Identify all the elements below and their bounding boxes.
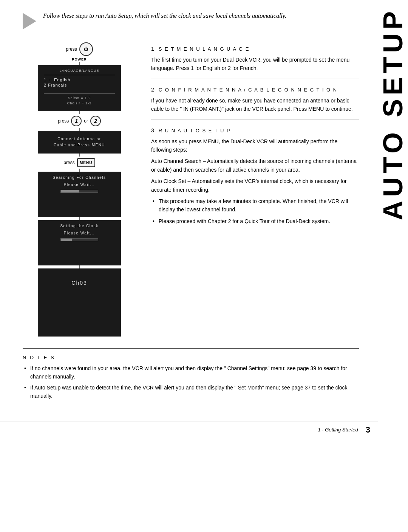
clock-progress-bar [60, 238, 98, 241]
channel-display: Ch03 [44, 280, 115, 286]
bullet-2: Please proceed with Chapter 2 for a Quic… [151, 217, 359, 225]
footer-section: 1 - Getting Started [318, 427, 358, 433]
press-text-1: press [66, 47, 77, 52]
connector-5 [79, 169, 80, 172]
connector-3 [79, 128, 80, 131]
connector-6 [79, 217, 80, 220]
instruction-step-2: 2 C O N F I R M A N T E N N A / C A B L … [151, 87, 359, 120]
searching-screen: Searching For Channels Please Wait... [38, 172, 121, 217]
num-2-button: 2 [90, 116, 101, 126]
diagram-column: press ⏻ POWER LANGUAGE/LANGUE 1 → Englis… [23, 41, 136, 337]
press-menu-row: press MENU [63, 158, 95, 167]
step-3-title: R U N A U T O S E T U P [159, 128, 231, 133]
language-choisir: Choisir = 1-2 [44, 101, 115, 105]
language-option-1: 1 → English [44, 78, 115, 82]
vertical-title: AUTO SETUP [378, 0, 408, 532]
power-press-label: press ⏻ [66, 42, 93, 56]
num-1-button: 1 [71, 116, 82, 126]
step-3-header: 3 R U N A U T O S E T U P [151, 127, 359, 133]
auto-setup-title: AUTO SETUP [379, 8, 406, 220]
step-3-body-3: Auto Clock Set – Automatically sets the … [151, 177, 359, 194]
clock-line-1: Setting the Clock [44, 224, 115, 228]
power-label: POWER [72, 57, 87, 61]
or-label: or [84, 118, 88, 124]
bullet-1: This procedure may take a few minutes to… [151, 197, 359, 214]
power-button-icon: ⏻ [79, 42, 93, 56]
menu-button: MENU [77, 158, 95, 167]
step-3-num: 3 [151, 127, 154, 133]
notes-list: If no channels were found in your area, … [23, 364, 359, 400]
step-1-header: 1 S E T M E N U L A N G U A G E [151, 46, 359, 52]
footer: 1 - Getting Started 3 [0, 422, 408, 438]
instruction-step-3: 3 R U N A U T O S E T U P As soon as you… [151, 127, 359, 235]
language-select: Select = 1-2 [44, 96, 115, 100]
clock-screen: Setting the Clock Please Wait... [38, 220, 121, 265]
searching-progress-bar [60, 190, 98, 193]
step-3-body-2: Auto Channel Search – Automatically dete… [151, 157, 359, 174]
step-3-bullets: This procedure may take a few minutes to… [151, 197, 359, 225]
step-2-num: 2 [151, 87, 154, 93]
press-text-2: press [58, 118, 69, 124]
instruction-step-1: 1 S E T M E N U L A N G U A G E The firs… [151, 46, 359, 79]
arrow-icon [23, 13, 36, 29]
connector-4 [79, 154, 80, 157]
searching-line-1: Searching For Channels [44, 175, 115, 180]
step-1-num: 1 [151, 46, 154, 52]
connector-7 [79, 265, 80, 268]
connect-line-2: Cable and Press MENU [42, 142, 117, 148]
step-3-body-1: As soon as you press MENU, the Dual-Deck… [151, 137, 359, 154]
clock-progress-fill [61, 239, 72, 241]
connector-2 [79, 111, 80, 114]
step-2-header: 2 C O N F I R M A N T E N N A / C A B L … [151, 87, 359, 93]
press-text-3: press [63, 160, 74, 165]
language-screen: LANGUAGE/LANGUE 1 → English 2 Français S… [38, 65, 121, 111]
header-section: Follow these steps to run Auto Setup, wh… [23, 11, 359, 29]
step-2-body: If you have not already done so, make su… [151, 96, 359, 113]
searching-line-2: Please Wait... [44, 183, 115, 187]
footer-page: 3 [366, 425, 370, 435]
result-screen: Ch03 [38, 268, 121, 337]
language-option-2: 2 Français [44, 83, 115, 87]
searching-progress-fill [61, 190, 79, 192]
notes-section: N O T E S If no channels were found in y… [23, 348, 359, 400]
menu-label: MENU [80, 161, 92, 165]
language-screen-label: LANGUAGE/LANGUE [44, 69, 115, 73]
step-2-title: C O N F I R M A N T E N N A / C A B L E … [159, 87, 337, 93]
connect-screen: Connect Antenna or Cable and Press MENU [38, 131, 121, 154]
power-symbol: ⏻ [84, 47, 88, 51]
step-1-title: S E T M E N U L A N G U A G E [159, 46, 250, 52]
note-2: If Auto Setup was unable to detect the t… [23, 383, 359, 400]
connector-1 [79, 62, 80, 65]
rule-1 [151, 41, 359, 41]
step-1-body: The first time you turn on your Dual-Dec… [151, 56, 359, 73]
instructions-column: 1 S E T M E N U L A N G U A G E The firs… [151, 41, 359, 337]
clock-line-2: Please Wait... [44, 231, 115, 235]
two-column-layout: press ⏻ POWER LANGUAGE/LANGUE 1 → Englis… [23, 41, 359, 337]
connect-line-1: Connect Antenna or [42, 136, 117, 142]
note-1: If no channels were found in your area, … [23, 364, 359, 381]
press-num-buttons: press 1 or 2 [58, 116, 101, 126]
notes-title: N O T E S [23, 355, 359, 360]
header-text: Follow these steps to run Auto Setup, wh… [43, 11, 286, 20]
step-power: press ⏻ POWER [23, 41, 136, 62]
